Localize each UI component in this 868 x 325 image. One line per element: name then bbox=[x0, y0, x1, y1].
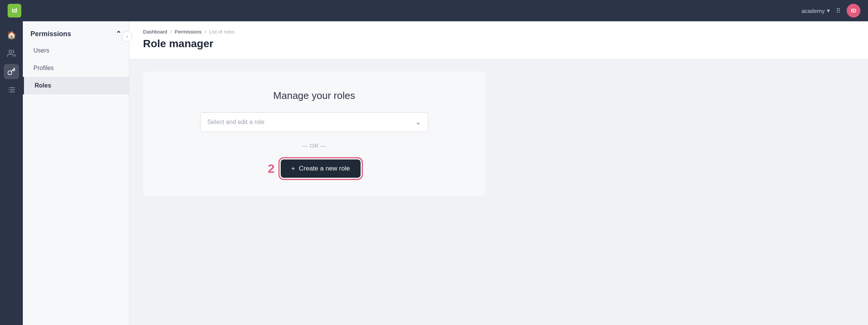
or-divider: — OR — bbox=[302, 143, 326, 149]
avatar[interactable]: ID bbox=[847, 4, 860, 18]
sidebar-item-roles[interactable]: Roles bbox=[23, 77, 129, 94]
navbar-right: academy ▾ ⠿ ID bbox=[801, 4, 860, 18]
nav-sidebar: Permissions ⌃ Users Profiles Roles bbox=[23, 21, 129, 325]
roles-card: Manage your roles Select and edit a role… bbox=[143, 72, 485, 196]
permissions-label: Permissions bbox=[30, 30, 71, 38]
breadcrumb-sep-2: / bbox=[205, 29, 206, 35]
create-role-wrapper: 2 + Create a new role bbox=[268, 159, 361, 178]
roles-card-title: Manage your roles bbox=[273, 90, 355, 102]
sidebar-icon-list[interactable] bbox=[4, 82, 19, 97]
grid-icon[interactable]: ⠿ bbox=[836, 7, 841, 14]
sidebar-icon-users[interactable] bbox=[4, 46, 19, 61]
svg-point-0 bbox=[9, 50, 12, 53]
breadcrumb: Dashboard / Permissions / List of roles bbox=[143, 29, 854, 35]
navbar: id academy ▾ ⠿ ID bbox=[0, 0, 868, 21]
plus-icon: + bbox=[291, 165, 295, 172]
sidebar-item-users[interactable]: Users bbox=[23, 42, 129, 59]
create-role-label: Create a new role bbox=[299, 165, 350, 172]
breadcrumb-permissions[interactable]: Permissions bbox=[175, 29, 202, 35]
chevron-down-icon: ▾ bbox=[827, 7, 830, 14]
academy-dropdown[interactable]: academy ▾ bbox=[801, 7, 830, 14]
permissions-section-header[interactable]: Permissions ⌃ bbox=[23, 26, 129, 42]
role-select-placeholder: Select and edit a role bbox=[207, 119, 264, 126]
navbar-left: id bbox=[8, 4, 21, 18]
academy-label: academy bbox=[801, 8, 825, 14]
step-number: 2 bbox=[268, 162, 275, 176]
main-content: Manage your roles Select and edit a role… bbox=[129, 59, 868, 208]
sidebar-icon-home[interactable]: 🏠 bbox=[4, 27, 19, 43]
sidebar-icon-key[interactable] bbox=[4, 64, 19, 79]
page-header: Dashboard / Permissions / List of roles … bbox=[129, 21, 868, 59]
icon-sidebar: 🏠 bbox=[0, 21, 23, 325]
app-logo[interactable]: id bbox=[8, 4, 21, 18]
page-title: Role manager bbox=[143, 38, 854, 50]
breadcrumb-sep-1: / bbox=[170, 29, 172, 35]
role-select-dropdown[interactable]: Select and edit a role ⌄ bbox=[200, 112, 428, 132]
main-layout: 🏠 Permissions ⌃ Users Profiles Roles bbox=[0, 21, 868, 325]
content-area: Dashboard / Permissions / List of roles … bbox=[129, 21, 868, 325]
collapse-sidebar-button[interactable]: ‹ bbox=[122, 31, 132, 42]
chevron-up-icon: ⌃ bbox=[116, 30, 121, 38]
sidebar-item-profiles[interactable]: Profiles bbox=[23, 59, 129, 77]
breadcrumb-current: List of roles bbox=[209, 29, 234, 35]
breadcrumb-dashboard[interactable]: Dashboard bbox=[143, 29, 167, 35]
create-new-role-button[interactable]: + Create a new role bbox=[281, 159, 361, 178]
chevron-down-icon: ⌄ bbox=[415, 118, 421, 126]
